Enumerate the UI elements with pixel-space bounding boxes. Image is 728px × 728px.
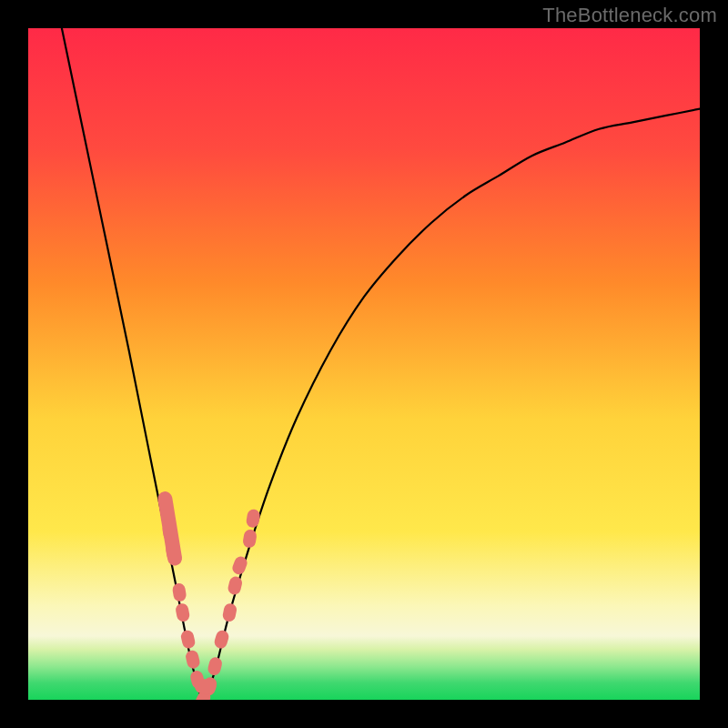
- highlight-markers: [157, 490, 261, 700]
- curve-line: [62, 28, 700, 700]
- marker-capsule-long: [157, 490, 183, 567]
- plot-frame: [28, 28, 700, 700]
- marker-capsule: [207, 656, 223, 677]
- marker-capsule: [185, 649, 201, 670]
- marker-capsule: [242, 529, 258, 549]
- marker-capsule: [246, 509, 261, 529]
- bottleneck-chart: [28, 28, 700, 700]
- marker-capsule: [172, 582, 187, 602]
- marker-capsule: [180, 629, 197, 650]
- watermark-text: TheBottleneck.com: [542, 4, 717, 27]
- marker-capsule: [222, 602, 238, 622]
- marker-capsule: [175, 602, 191, 622]
- marker-capsule: [227, 575, 243, 596]
- marker-capsule: [213, 629, 230, 650]
- marker-capsule-long: [195, 679, 217, 693]
